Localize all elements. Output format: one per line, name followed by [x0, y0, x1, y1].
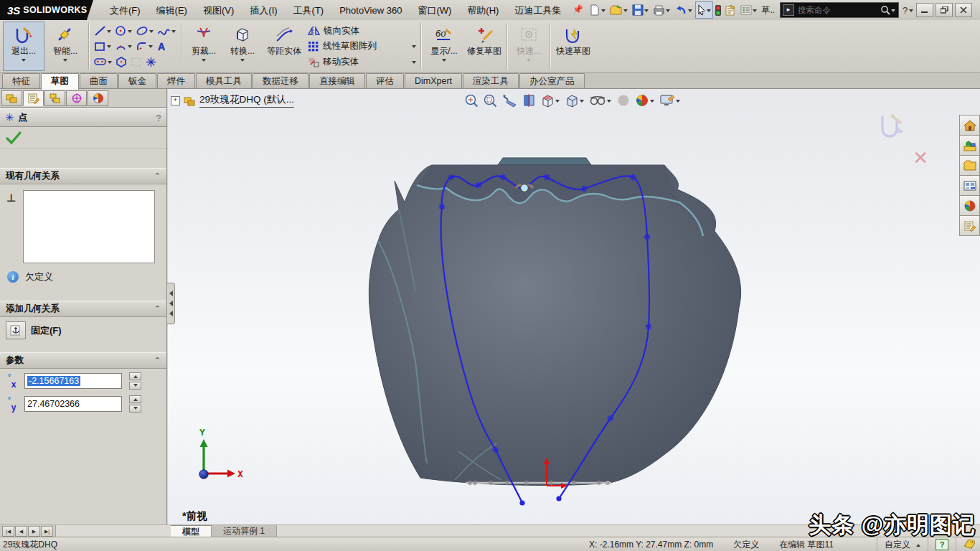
options-button[interactable] [739, 1, 759, 19]
section-view-button[interactable] [521, 93, 537, 108]
pin-menubar-icon[interactable]: 📌 [572, 4, 583, 16]
panel-splitter-handle[interactable] [167, 283, 175, 324]
ok-check-icon[interactable] [6, 131, 22, 145]
display-delete-relations-button[interactable]: 6σ 显示/... [424, 22, 464, 71]
motion-study-tab[interactable]: 运动算例 1 [212, 525, 277, 537]
tab-surfaces[interactable]: 曲面 [80, 73, 118, 88]
zoom-to-fit-button[interactable] [463, 93, 479, 108]
collapse-chevron-icon[interactable]: ⌃ [154, 171, 161, 181]
model-tab[interactable]: 模型 [171, 525, 212, 537]
last-tab-button[interactable]: ▶| [41, 526, 53, 537]
y-coordinate-field[interactable]: 27.46702366 [24, 396, 122, 412]
collapse-chevron-icon[interactable]: ⌃ [154, 356, 161, 365]
selected-sketch-point[interactable] [521, 184, 529, 192]
vase-lid-tab[interactable] [498, 158, 591, 165]
tab-dimxpertmanager[interactable] [66, 90, 87, 106]
tab-displaymanager[interactable] [88, 90, 108, 106]
rectangle-tool-button[interactable] [93, 39, 113, 54]
polygon-tool-button[interactable] [115, 55, 128, 69]
new-document-button[interactable] [588, 1, 608, 19]
line-tool-button[interactable] [93, 24, 113, 38]
collapse-chevron-icon[interactable]: ⌃ [154, 304, 161, 314]
file-properties-button[interactable] [723, 1, 738, 19]
add-relations-header[interactable]: 添加几何关系 ⌃ [0, 301, 166, 317]
custom-properties-button[interactable] [959, 215, 980, 236]
search-input[interactable] [796, 5, 880, 15]
rapid-sketch-button[interactable]: 快速草图 [553, 22, 593, 71]
spline-endpoint-right[interactable] [556, 496, 561, 501]
move-entities-dropdown-icon[interactable] [412, 61, 416, 66]
apply-scene-dropdown-icon[interactable] [650, 100, 654, 105]
toolbar-overflow-item[interactable]: 草.. [761, 4, 775, 17]
menu-tools[interactable]: 工具(T) [286, 1, 332, 20]
linear-sketch-pattern-button[interactable]: 线性草图阵列 [308, 39, 417, 54]
trim-dropdown-icon[interactable] [202, 59, 206, 64]
menu-view[interactable]: 视图(V) [195, 1, 242, 20]
display-style-button[interactable] [564, 93, 585, 108]
text-tool-button[interactable]: A [156, 39, 168, 54]
tab-mold-tools[interactable]: 模具工具 [196, 73, 252, 88]
y-spin-up-button[interactable] [129, 395, 141, 403]
apply-scene-button[interactable] [634, 93, 656, 108]
hide-show-items-button[interactable] [588, 93, 613, 108]
ellipse-dropdown-icon[interactable] [149, 30, 154, 35]
vase-body[interactable] [369, 165, 740, 486]
offset-entities-button[interactable]: 等距实体 [262, 22, 306, 71]
tab-featuremanager-tree[interactable] [1, 90, 22, 106]
fix-relation-button[interactable] [6, 321, 26, 339]
view-settings-button[interactable] [659, 93, 682, 108]
exit-sketch-corner-button[interactable] [877, 112, 910, 145]
cancel-sketch-button[interactable]: ✕ [913, 147, 928, 169]
smart-dimension-dropdown-icon[interactable] [63, 59, 67, 64]
spline-tool-button[interactable] [156, 24, 177, 38]
tab-dimxpert[interactable]: DimXpert [405, 73, 462, 88]
tab-features[interactable]: 特征 [2, 73, 40, 88]
minimize-button[interactable] [916, 3, 933, 17]
slot-dropdown-icon[interactable] [108, 61, 112, 66]
design-library-button[interactable] [959, 135, 980, 156]
zoom-to-area-button[interactable] [482, 93, 498, 108]
fillet-dropdown-icon[interactable] [149, 45, 153, 50]
linear-pattern-dropdown-icon[interactable] [412, 45, 416, 50]
arc-dropdown-icon[interactable] [128, 45, 132, 50]
first-tab-button[interactable]: |◀ [2, 526, 14, 537]
tab-data-migration[interactable]: 数据迁移 [253, 73, 308, 88]
options-dropdown-icon[interactable] [753, 9, 757, 14]
search-scope-icon[interactable]: ▸ [783, 4, 794, 16]
view-settings-dropdown-icon[interactable] [676, 100, 680, 105]
open-document-button[interactable] [608, 1, 630, 19]
menu-window[interactable]: 窗口(W) [410, 1, 459, 20]
prev-tab-button[interactable]: ◀ [15, 526, 27, 537]
tab-sheet-metal[interactable]: 钣金 [118, 73, 156, 88]
save-dropdown-icon[interactable] [644, 9, 649, 14]
flyout-feature-tree[interactable]: + 29玫瑰花DHQ (默认... [171, 93, 294, 108]
search-icon[interactable] [880, 5, 890, 15]
x-spin-up-button[interactable] [129, 372, 141, 380]
circle-dropdown-icon[interactable] [128, 30, 132, 35]
view-orientation-dropdown-icon[interactable] [555, 100, 560, 105]
arc-tool-button[interactable] [114, 39, 133, 54]
exit-sketch-button[interactable]: 退出... [3, 22, 44, 71]
pattern-ghost-button[interactable] [130, 55, 143, 69]
exit-sketch-dropdown-icon[interactable] [22, 59, 26, 64]
ellipse-tool-button[interactable] [135, 24, 155, 38]
display-style-dropdown-icon[interactable] [580, 100, 584, 105]
select-dropdown-icon[interactable] [707, 9, 711, 14]
appearances-scenes-button[interactable] [959, 195, 980, 216]
panel-help-button[interactable]: ? [156, 113, 161, 123]
spline-endpoint-left[interactable] [519, 500, 524, 505]
tab-office-products[interactable]: 办公室产品 [519, 73, 585, 88]
slot-tool-button[interactable] [93, 55, 113, 69]
interference-check-button[interactable] [714, 1, 722, 19]
display-relations-dropdown-icon[interactable] [442, 59, 446, 64]
tab-sketch[interactable]: 草图 [41, 73, 79, 90]
hide-show-dropdown-icon[interactable] [607, 100, 611, 105]
print-dropdown-icon[interactable] [666, 9, 670, 14]
restore-button[interactable] [936, 3, 953, 17]
trim-entities-button[interactable]: 剪裁... [184, 22, 223, 71]
undo-button[interactable] [673, 1, 694, 19]
tab-render-tools[interactable]: 渲染工具 [463, 73, 519, 88]
menu-edit[interactable]: 编辑(E) [149, 1, 195, 20]
tab-weldments[interactable]: 焊件 [157, 73, 195, 88]
rectangle-dropdown-icon[interactable] [107, 45, 111, 50]
